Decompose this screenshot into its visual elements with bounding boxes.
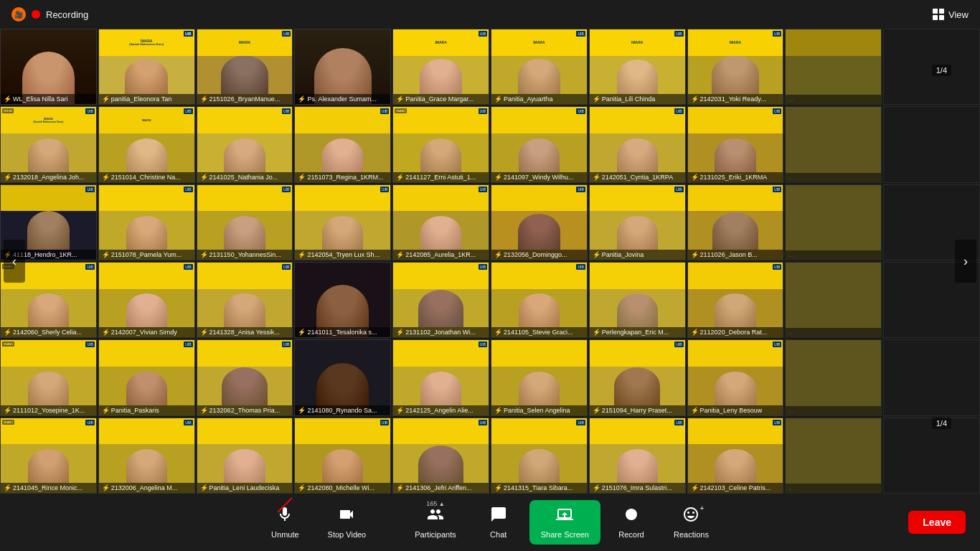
video-tile[interactable]: UIB ⚡ Panitia_Jovina <box>589 184 686 260</box>
participants-button[interactable]: 165 ▲ Participants <box>403 500 467 545</box>
participant-name: ⚡ 2132062_Thomas Pria... <box>197 405 293 415</box>
participant-name: ⚡ Panitia_Ayuartha <box>491 94 587 104</box>
video-tile[interactable]: UIB ⚡ Panitia_Leny Besouw <box>687 339 784 415</box>
page-indicator-top: 1/4 <box>932 65 951 76</box>
video-tile[interactable]: IMARA UIB ⚡ Panitia_Lili Chinda <box>589 29 686 105</box>
video-tile[interactable]: ... <box>785 184 882 260</box>
unmute-label: Unmute <box>271 530 299 539</box>
participant-name: ... <box>786 406 881 415</box>
participant-name: ⚡ 2141045_Rince Monic... <box>1 483 96 493</box>
video-tile[interactable]: UIB ⚡ 2141315_Tiara Sibara... <box>491 418 588 494</box>
video-tile[interactable]: UIB ⚡ 2142054_Tryen Lux Sh... <box>294 184 391 260</box>
chat-button[interactable]: Chat <box>473 500 524 545</box>
video-tile[interactable]: UIB ⚡ 2142125_Angelin Alie... <box>392 339 489 415</box>
video-tile[interactable]: UIB ⚡ 2142103_Celine Patris... <box>687 418 784 494</box>
leave-button[interactable]: Leave <box>908 511 966 534</box>
participant-name: ⚡ 2131102_Jonathan Wi... <box>393 327 489 337</box>
participant-name: ⚡ 2141105_Stevie Graci... <box>491 327 587 337</box>
video-tile[interactable]: UIB ⚡ 2111026_Jason B... <box>687 184 784 260</box>
record-label: Record <box>618 530 644 539</box>
participant-name: ⚡ 2142080_Michelle Wi... <box>295 483 390 493</box>
next-page-button[interactable]: › <box>955 240 976 283</box>
video-tile[interactable]: UIB ⚡ 2131102_Jonathan Wi... <box>392 262 489 338</box>
video-tile[interactable]: UIB ⚡ 2131025_Eriki_1KRMA <box>687 106 784 182</box>
video-tile[interactable]: UIB ⚡ 2141025_Nathania Jo... <box>197 106 293 182</box>
video-tile[interactable]: ⚡ Panitia_Selen Angelina <box>491 339 588 415</box>
video-tile[interactable]: IMARA UIB ⚡ 2151014_Christine Na... <box>98 106 195 182</box>
participant-name: ⚡ 2142031_Yoki Ready... <box>688 94 783 104</box>
page-indicator-bottom: 1/4 <box>932 418 951 429</box>
participant-name: ⚡ Panitia_Leni Laudeciska <box>197 483 293 493</box>
video-tile[interactable]: IMARA UIB ⚡ 2151026_BryanManue... <box>197 29 293 105</box>
participant-name: ⚡ 2131150_YohannesSin... <box>197 250 293 260</box>
video-tile[interactable]: UIB ⚡ 2151078_Pamela Yum... <box>98 184 195 260</box>
participant-name: ⚡ 2141315_Tiara Sibara... <box>491 483 587 493</box>
participant-name: ⚡ 2111026_Jason B... <box>688 250 783 260</box>
video-tile[interactable]: UIB ⚡ 2131150_YohannesSin... <box>197 184 293 260</box>
video-tile[interactable]: IMARA UIB ⚡ Panitia_Ayuartha <box>491 29 588 105</box>
share-screen-icon <box>556 506 573 527</box>
video-tile[interactable]: ⚡ Ps. Alexander Sumam... <box>294 29 391 105</box>
video-tile[interactable]: UIB ⚡ 2142080_Michelle Wi... <box>294 418 391 494</box>
video-tile-empty <box>883 339 980 415</box>
video-tile[interactable]: ... <box>785 418 882 494</box>
participant-name: ⚡ 2141011_Tesalonika s... <box>295 327 390 337</box>
video-tile[interactable]: ... <box>785 106 882 182</box>
video-tile[interactable]: 6BAM1 UIB ⚡ 2141045_Rince Monic... <box>0 418 97 494</box>
video-tile[interactable]: ... <box>785 339 882 415</box>
video-tile[interactable]: UIB ⚡ 2151094_Harry Praset... <box>589 339 686 415</box>
unmute-button[interactable]: Unmute <box>260 500 311 545</box>
participant-name: ⚡ 2151076_Imra Sulastri... <box>590 483 685 493</box>
reactions-button[interactable]: + Reactions <box>662 500 720 545</box>
video-tile[interactable]: UIB ⚡ 2112020_Debora Rat... <box>687 262 784 338</box>
video-tile[interactable]: UIB ⚡ 2142085_Aurelia_1KR... <box>392 184 489 260</box>
video-tile[interactable]: ⚡ 2141011_Tesalonika s... <box>294 262 391 338</box>
video-tile[interactable]: ⚡ Perlengkapan_Eric M... <box>589 262 686 338</box>
view-button[interactable]: View <box>933 9 969 20</box>
share-screen-button[interactable]: Share Screen <box>529 500 600 545</box>
record-icon <box>623 506 640 527</box>
video-tile[interactable]: 6BAM1 UIB ⚡ 2111012_Yosepine_1K... <box>0 339 97 415</box>
participant-name: ⚡ 2132056_Dominggo... <box>491 250 587 260</box>
video-tile[interactable]: ⚡ WL_Elisa Nilla Sari <box>0 29 97 105</box>
video-tile[interactable]: UIB ⚡ 2132006_Angelina M... <box>98 418 195 494</box>
participant-name: ... <box>786 328 881 337</box>
video-tile[interactable]: UIB ⚡ 2142007_Vivian Simdy <box>98 262 195 338</box>
participant-name: ⚡ 2151094_Harry Praset... <box>590 405 685 415</box>
video-tile-empty <box>883 418 980 494</box>
svg-point-0 <box>626 509 637 520</box>
video-tile[interactable]: UIB ⚡ 2151073_Regina_1KRM... <box>294 106 391 182</box>
stop-video-label: Stop Video <box>328 530 367 539</box>
video-tile[interactable]: ... <box>785 29 882 105</box>
video-tile[interactable]: 6BAM1 UIB ⚡ 2141127_Erni Astuti_1... <box>392 106 489 182</box>
video-tile[interactable]: UIB ⚡ 2151076_Imra Sulastri... <box>589 418 686 494</box>
participant-name: ⚡ 2151026_BryanManue... <box>197 94 293 104</box>
video-tile[interactable]: IMARA(Ibadah Mahasiswa Baru) 6REMI UIB ⚡… <box>0 106 97 182</box>
video-tile[interactable]: UIB ⚡ 2141097_Windy Wilhu... <box>491 106 588 182</box>
video-tile[interactable]: IMARA UIB ⚡ 2142031_Yoki Ready... <box>687 29 784 105</box>
participant-name: ⚡ 2141127_Erni Astuti_1... <box>393 172 489 182</box>
participants-count: 165 <box>426 500 437 507</box>
reactions-label: Reactions <box>674 530 709 539</box>
video-tile[interactable]: ... <box>785 262 882 338</box>
participant-name: ⚡ 2112020_Debora Rat... <box>688 327 783 337</box>
video-tile[interactable]: ⚡ Panitia_Leni Laudeciska <box>197 418 293 494</box>
video-tile[interactable]: UIB ⚡ 2141306_Jefri Ariffen... <box>392 418 489 494</box>
participant-name: ⚡ Panitia_Selen Angelina <box>491 405 587 415</box>
recording-label: Recording <box>46 9 88 20</box>
participant-name: ⚡ 2141097_Windy Wilhu... <box>491 172 587 182</box>
stop-video-button[interactable]: Stop Video <box>316 500 378 545</box>
video-tile[interactable]: UIB ⚡ 2141328_Anisa Yessik... <box>197 262 293 338</box>
video-tile[interactable]: IMARA (Ibadah Mahasiswa Baru) UIB ⚡ pani… <box>98 29 195 105</box>
video-tile[interactable]: UIB ⚡ Panitia_Paskaris <box>98 339 195 415</box>
participant-name: ⚡ 2141306_Jefri Ariffen... <box>393 483 489 493</box>
video-tile[interactable]: IMARA UIB ⚡ Panitia_Grace Margar... <box>392 29 489 105</box>
participant-name: ⚡ Panitia_Jovina <box>590 250 685 260</box>
prev-page-button[interactable]: ‹ <box>4 240 25 283</box>
video-tile[interactable]: UIB ⚡ 2141105_Stevie Graci... <box>491 262 588 338</box>
record-button[interactable]: Record <box>606 500 656 545</box>
video-tile[interactable]: UIB ⚡ 2132056_Dominggo... <box>491 184 588 260</box>
video-tile[interactable]: UIB ⚡ 2132062_Thomas Pria... <box>197 339 293 415</box>
video-tile[interactable]: UIB ⚡ 2142051_Cyntia_1KRPA <box>589 106 686 182</box>
video-tile[interactable]: ⚡ 2141080_Rynando Sa... <box>294 339 391 415</box>
